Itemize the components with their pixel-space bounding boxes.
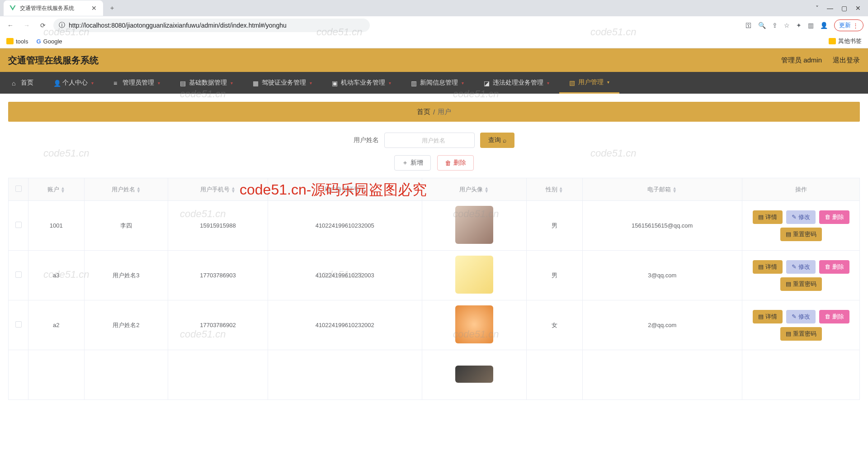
col-phone: 用户手机号▲▼ [168,178,268,201]
cell-email: 3@qq.com [582,251,742,300]
detail-button[interactable]: ▤详情 [753,310,783,323]
bookmark-tools[interactable]: tools [6,38,28,45]
action-row: ＋ 新增 🗑 删除 [8,155,860,171]
browser-chrome: 交通管理在线服务系统 ✕ ＋ ˅ — ▢ ✕ ← → ⟳ ⓘ http://lo… [0,0,868,48]
table-header-row: 账户▲▼ 用户姓名▲▼ 用户手机号▲▼ 用户身份证号▲▼ 用户头像▲▼ 性别▲▼… [9,178,860,201]
row-delete-button[interactable]: 🗑删除 [819,210,849,224]
share-icon[interactable]: ⇪ [772,22,778,29]
sort-icon[interactable]: ▲▼ [484,186,489,193]
nav-basedata[interactable]: ▤ 基础数据管理 ▾ [170,72,243,94]
cell-phone: 15915915988 [168,201,268,251]
panel-icon[interactable]: ▥ [808,22,814,29]
search-button[interactable]: 查询 ⌕ [480,133,514,148]
sort-icon[interactable]: ▲▼ [61,186,65,193]
detail-icon: ▤ [758,313,764,320]
chevron-down-icon: ▾ [231,81,233,86]
nav-home[interactable]: ⌂ 首页 [2,72,43,94]
search-input[interactable] [384,133,475,148]
zoom-icon[interactable]: 🔍 [758,22,766,29]
news-icon: ▥ [411,80,417,86]
cell-gender: 男 [526,251,582,300]
reset-password-button[interactable]: ▤重置密码 [780,277,822,291]
logout-link[interactable]: 退出登录 [833,56,860,65]
reload-button[interactable]: ⟳ [37,19,49,31]
bookmarks-bar: tools GGoogle 其他书签 [0,34,868,48]
cell-idcard: 410224199610232003 [268,251,422,300]
edit-button[interactable]: ✎修改 [786,310,816,323]
row-checkbox[interactable] [15,222,22,228]
close-window-icon[interactable]: ✕ [855,5,861,12]
edit-icon: ✎ [792,313,797,320]
search-label: 用户姓名 [354,136,379,144]
forward-button[interactable]: → [21,19,33,31]
bookmark-other[interactable]: 其他书签 [829,37,862,45]
url-field[interactable]: ⓘ http://localhost:8080/jiaotongguanliza… [53,19,370,32]
cell-email: 15615615615@qq.com [582,201,742,251]
minimize-icon[interactable]: — [827,5,833,12]
url-text: http://localhost:8080/jiaotongguanlizaix… [69,22,287,29]
reset-icon: ▤ [786,231,791,238]
profile-icon[interactable]: 👤 [820,22,828,29]
nav-vehicle[interactable]: ▣ 机动车业务管理 ▾ [322,72,401,94]
vue-favicon-icon [9,5,16,12]
browser-tab[interactable]: 交通管理在线服务系统 ✕ [4,0,103,16]
detail-icon: ▤ [758,214,764,220]
nav-license[interactable]: ▦ 驾驶证业务管理 ▾ [243,72,322,94]
bookmark-star-icon[interactable]: ☆ [784,22,790,29]
add-button[interactable]: ＋ 新增 [394,155,431,171]
sort-icon[interactable]: ▲▼ [231,186,236,193]
nav-violation[interactable]: ◪ 违法处理业务管理 ▾ [474,72,559,94]
detail-button[interactable]: ▤详情 [753,210,783,224]
nav-menu: ⌂ 首页 👤 个人中心 ▾ ≡ 管理员管理 ▾ ▤ 基础数据管理 ▾ ▦ 驾驶证… [0,72,868,94]
back-button[interactable]: ← [5,19,16,31]
tab-bar: 交通管理在线服务系统 ✕ ＋ ˅ — ▢ ✕ [0,0,868,16]
sort-icon[interactable]: ▲▼ [559,186,563,193]
table-row [9,350,860,400]
current-user-label[interactable]: 管理员 admin [781,56,822,65]
bookmark-google[interactable]: GGoogle [36,38,62,45]
sort-icon[interactable]: ▲▼ [672,186,677,193]
new-tab-button[interactable]: ＋ [106,2,118,14]
reset-password-button[interactable]: ▤重置密码 [780,327,822,341]
cell-email: 2@qq.com [582,300,742,350]
cell-account: a2 [28,300,85,350]
col-idcard: 用户身份证号▲▼ [268,178,422,201]
chevron-down-icon: ▾ [607,80,609,85]
table-row: 1001 李四 15915915988 410224199610232005 男… [9,201,860,251]
chevron-down-icon: ▾ [310,81,312,86]
breadcrumb-home[interactable]: 首页 [417,108,430,116]
sort-icon[interactable]: ▲▼ [361,186,365,193]
row-delete-button[interactable]: 🗑删除 [819,260,849,274]
cell-idcard: 410224199610232005 [268,201,422,251]
key-icon[interactable]: ⚿ [745,22,752,29]
maximize-icon[interactable]: ▢ [841,5,847,12]
detail-button[interactable]: ▤详情 [753,260,783,274]
select-all-checkbox[interactable] [15,185,22,192]
close-icon[interactable]: ✕ [90,5,98,12]
edit-button[interactable]: ✎修改 [786,210,816,224]
chevron-down-icon[interactable]: ˅ [816,5,819,12]
edit-button[interactable]: ✎修改 [786,260,816,274]
row-delete-button[interactable]: 🗑删除 [819,310,849,323]
user-icon: 👤 [53,80,60,86]
row-checkbox[interactable] [15,321,22,328]
nav-users[interactable]: ▧ 用户管理 ▾ [559,72,619,94]
extensions-icon[interactable]: ✦ [796,22,802,29]
cell-account: 1001 [28,201,85,251]
more-icon: ⋮ [853,22,859,29]
delete-button[interactable]: 🗑 删除 [437,155,474,171]
edit-icon: ✎ [792,263,797,270]
content-area: 首页 / 用户 用户姓名 ⌕ 查询 ⌕ ＋ 新增 🗑 删除 账户▲▼ 用户姓名▲ [0,94,868,408]
trash-icon: 🗑 [445,159,451,166]
reset-password-button[interactable]: ▤重置密码 [780,228,822,241]
nav-admin[interactable]: ≡ 管理员管理 ▾ [104,72,170,94]
nav-news[interactable]: ▥ 新闻信息管理 ▾ [401,72,474,94]
sort-icon[interactable]: ▲▼ [137,186,141,193]
row-checkbox[interactable] [15,271,22,278]
cell-account: a3 [28,251,85,300]
tab-title: 交通管理在线服务系统 [20,5,87,12]
breadcrumb: 首页 / 用户 [8,102,860,122]
detail-icon: ▤ [758,263,764,270]
update-button[interactable]: 更新 ⋮ [834,19,863,31]
nav-personal[interactable]: 👤 个人中心 ▾ [43,72,104,94]
